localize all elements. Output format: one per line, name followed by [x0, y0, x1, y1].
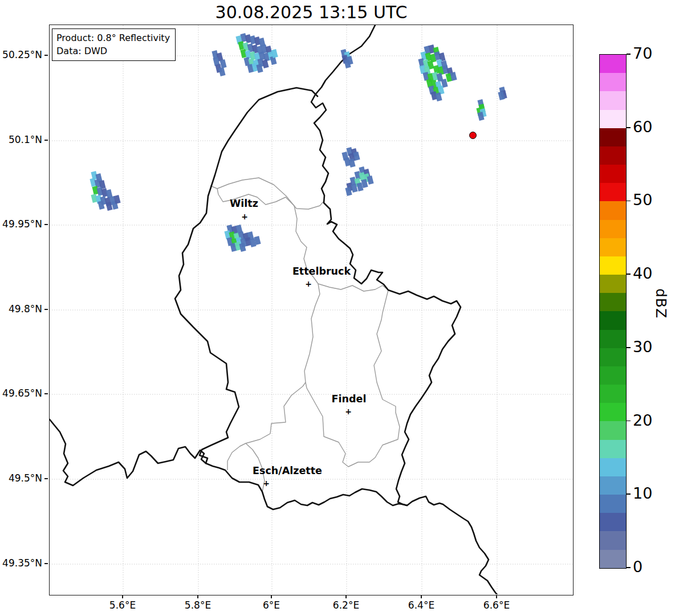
- colorbar-tick-label: 70: [633, 44, 652, 62]
- y-tick-label: 50.25°N: [0, 49, 42, 60]
- y-tick-mark: [44, 563, 48, 564]
- colorbar-segment: [600, 275, 626, 293]
- x-tick-label: 6.6°E: [471, 599, 522, 611]
- city-marker: +: [345, 409, 352, 414]
- colorbar-segment: [600, 330, 626, 348]
- y-tick-label: 49.95°N: [0, 218, 42, 230]
- colorbar-segment: [600, 73, 626, 91]
- colorbar-segment: [600, 165, 626, 183]
- colorbar-tick-label: 60: [633, 118, 652, 136]
- graticule-gridlines: [50, 25, 572, 594]
- map-canvas: [50, 25, 572, 594]
- colorbar-segment: [600, 311, 626, 329]
- colorbar-segment: [600, 476, 626, 495]
- colorbar-tick-label: 30: [633, 338, 652, 356]
- colorbar-tick-label: 40: [633, 264, 652, 282]
- city-marker: +: [263, 480, 270, 486]
- city-label: Findel: [332, 393, 367, 405]
- colorbar-segment: [600, 513, 626, 531]
- colorbar-segment: [600, 110, 626, 128]
- colorbar-tick-mark: [627, 127, 631, 128]
- x-tick-mark: [421, 595, 421, 598]
- colorbar-segment: [600, 348, 626, 366]
- colorbar-segment: [600, 256, 626, 275]
- y-tick-label: 50.1°N: [0, 134, 42, 145]
- colorbar-segment: [600, 91, 626, 109]
- colorbar-segment: [600, 293, 626, 311]
- colorbar-segment: [600, 385, 626, 403]
- colorbar-segment: [600, 146, 626, 165]
- colorbar-tick-label: 0: [633, 558, 643, 576]
- city-marker: +: [305, 281, 312, 287]
- city-marker: +: [241, 214, 248, 219]
- x-tick-label: 5.8°E: [172, 599, 223, 611]
- colorbar-tick-mark: [627, 493, 631, 495]
- colorbar-segment: [600, 403, 626, 421]
- colorbar-unit-label: dBZ: [653, 288, 669, 319]
- colorbar-tick-mark: [627, 421, 631, 422]
- y-tick-label: 49.5°N: [0, 472, 42, 484]
- colorbar-segment: [600, 531, 626, 549]
- colorbar-segment: [600, 238, 626, 256]
- city-label: Ettelbruck: [292, 266, 351, 277]
- y-tick-mark: [44, 140, 48, 140]
- x-tick-mark: [271, 595, 271, 598]
- colorbar-segment: [600, 440, 626, 458]
- colorbar-tick-mark: [627, 567, 631, 568]
- y-tick-mark: [44, 224, 48, 225]
- x-tick-mark: [197, 595, 198, 598]
- colorbar-tick-mark: [627, 347, 631, 348]
- reflectivity-colorbar: [599, 54, 627, 569]
- product-info-line2: Data: DWD: [56, 44, 170, 58]
- colorbar-segment: [600, 421, 626, 439]
- x-tick-label: 6.2°E: [320, 599, 372, 611]
- radar-location-dot: [469, 132, 477, 139]
- colorbar-segment: [600, 55, 626, 73]
- radar-map-page: 30.08.2025 13:15 UTC Pr: [0, 0, 675, 616]
- y-tick-label: 49.35°N: [0, 557, 42, 569]
- product-info-line1: Product: 0.8° Reflectivity: [56, 31, 170, 44]
- x-tick-mark: [345, 595, 346, 598]
- x-tick-label: 6°E: [246, 599, 297, 611]
- x-tick-label: 6.4°E: [396, 599, 447, 611]
- colorbar-segment: [600, 128, 626, 146]
- y-tick-label: 49.8°N: [0, 303, 42, 315]
- colorbar-segment: [600, 458, 626, 476]
- colorbar-segment: [600, 183, 626, 201]
- city-label: Wiltz: [230, 198, 258, 209]
- y-tick-mark: [44, 393, 48, 394]
- x-tick-label: 5.6°E: [97, 599, 148, 611]
- colorbar-segment: [600, 366, 626, 385]
- colorbar-tick-mark: [627, 54, 631, 55]
- x-tick-mark: [122, 595, 123, 598]
- colorbar-tick-label: 20: [633, 411, 652, 429]
- colorbar-segment: [600, 495, 626, 513]
- colorbar-tick-mark: [627, 201, 631, 202]
- colorbar-tick-mark: [627, 274, 631, 275]
- colorbar-segment: [600, 550, 626, 568]
- colorbar-tick-label: 10: [633, 484, 652, 502]
- colorbar-tick-label: 50: [633, 191, 652, 209]
- y-tick-mark: [44, 309, 48, 309]
- page-title: 30.08.2025 13:15 UTC: [49, 2, 574, 22]
- y-tick-mark: [44, 478, 48, 479]
- product-info-box: Product: 0.8° Reflectivity Data: DWD: [52, 28, 176, 61]
- map-plot-area: Product: 0.8° Reflectivity Data: DWD Wil…: [49, 25, 574, 595]
- colorbar-segment: [600, 220, 626, 238]
- city-label: Esch/Alzette: [253, 465, 322, 476]
- x-tick-mark: [496, 595, 497, 598]
- y-tick-label: 49.65°N: [0, 387, 42, 399]
- colorbar-segment: [600, 201, 626, 219]
- y-tick-mark: [44, 55, 48, 55]
